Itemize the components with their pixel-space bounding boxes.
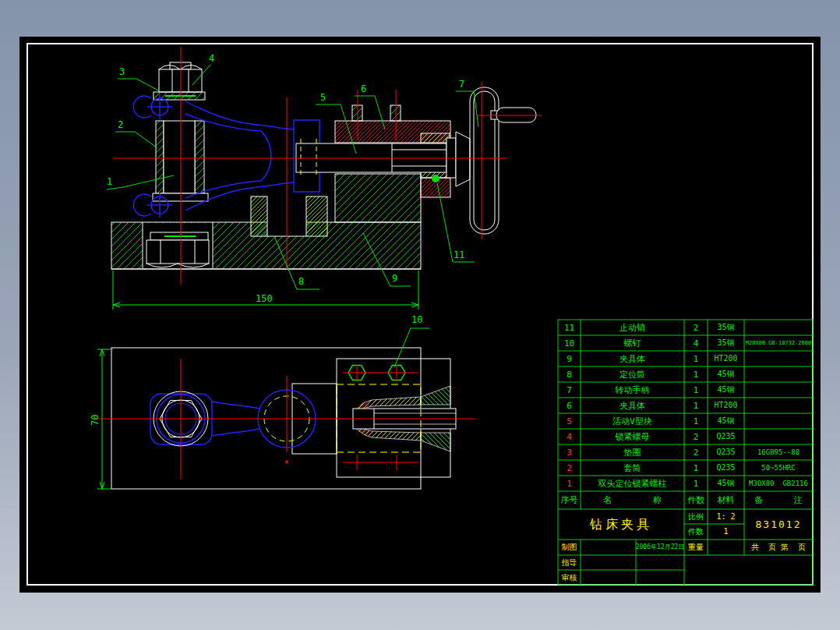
part-material: Q235 [708,444,744,460]
part-name: 垫圈 [581,444,684,460]
callout-11: 11 [454,250,464,260]
part-qty: 2 [684,429,708,444]
checker-label: 审核 [558,570,581,585]
part-qty: 1 [684,398,708,413]
part-name: 套筒 [581,460,684,476]
part-remark: 16GB95--80 [744,444,813,460]
part-name: 夹具体 [581,398,684,413]
part-material: HT200 [708,398,744,413]
part-name: 螺钉 [581,335,684,351]
callout-6: 6 [361,83,366,94]
part-material: 35钢 [708,335,744,351]
advisor-label: 指导 [558,555,581,570]
drawing-title: 钻床夹具 [558,509,684,540]
drawing-number: 831012 [744,509,813,540]
header-name: 名 称 [581,491,684,509]
part-name: 定位筒 [581,366,684,382]
part-remark [744,366,813,382]
part-material: 35钢 [708,320,744,335]
weight-label: 重量 [684,540,708,555]
page: 150 [0,0,840,630]
part-qty: 1 [684,351,708,366]
dimension-width: 70 [90,415,101,426]
scale-value: 1: 2 [708,509,744,524]
dimension-length: 150 [256,293,273,304]
callout-5: 5 [320,92,326,103]
part-qty: 4 [684,335,708,351]
part-name: 锁紧螺母 [581,429,684,444]
part-no: 9 [558,351,581,366]
top-view: 70 [90,348,475,489]
front-section-view: 150 [111,47,542,310]
part-remark [744,429,813,444]
part-remark [744,398,813,413]
callout-8: 8 [298,276,304,287]
part-remark [744,382,813,398]
drawn-label: 制图 [558,540,581,555]
part-qty: 1 [684,460,708,476]
header-no: 序号 [558,491,581,509]
qty-label: 件数 [684,524,708,540]
header-remark: 备 注 [744,491,813,509]
part-remark: 50~55HRC [744,460,813,476]
part-remark: M30X80 GB2116 [744,476,813,491]
callout-7: 7 [459,79,464,90]
part-qty: 1 [684,476,708,491]
callout-3: 3 [119,66,125,77]
part-name: 转动手柄 [581,382,684,398]
scale-label: 比例 [684,509,708,524]
part-remark [744,413,813,429]
part-qty: 2 [684,444,708,460]
part-name: 止动销 [581,320,684,335]
part-no: 1 [558,476,581,491]
callout-4: 4 [209,53,214,64]
part-material: Q235 [708,460,744,476]
part-no: 8 [558,366,581,382]
part-no: 3 [558,444,581,460]
part-name: 夹具体 [581,351,684,366]
part-remark [744,351,813,366]
stop-pin-marker [432,175,439,182]
callout-9: 9 [392,273,397,284]
header-qty: 件数 [684,491,708,509]
part-qty: 2 [684,320,708,335]
part-material: HT200 [708,351,744,366]
part-no: 4 [558,429,581,444]
part-name: 双头定位锁紧螺柱 [581,476,684,491]
part-qty: 1 [684,382,708,398]
part-name: 活动V型块 [581,413,684,429]
part-no: 6 [558,398,581,413]
drawn-date: 2006年12月22日 [636,540,684,555]
part-material: 45钢 [708,366,744,382]
cad-sheet: 150 [19,37,821,593]
header-material: 材料 [708,491,744,509]
part-no: 11 [558,320,581,335]
part-remark: M20X80 GB-18732-2000 [744,335,813,351]
part-remark [744,320,813,335]
part-material: 45钢 [708,413,744,429]
part-no: 10 [558,335,581,351]
callout-1: 1 [107,176,112,187]
part-material: 45钢 [708,476,744,491]
part-material: 45钢 [708,382,744,398]
callout-2: 2 [118,119,123,130]
pages-label: 共 页 第 页 [744,540,813,555]
callout-10: 10 [411,314,422,325]
part-no: 7 [558,382,581,398]
part-qty: 1 [684,366,708,382]
qty-value: 1 [708,524,744,540]
part-no: 2 [558,460,581,476]
part-material: Q235 [708,429,744,444]
part-no: 5 [558,413,581,429]
part-qty: 1 [684,413,708,429]
